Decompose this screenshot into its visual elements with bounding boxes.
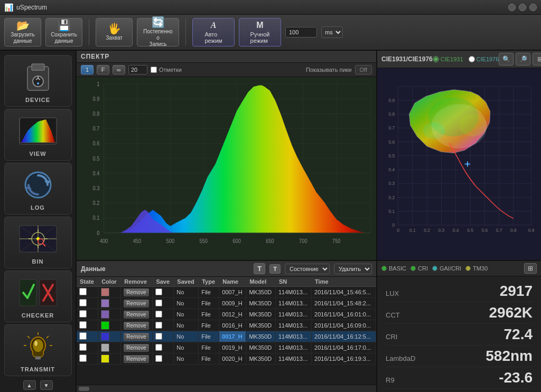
remove-btn-2[interactable]: Remove xyxy=(124,311,148,319)
save-checkbox-5[interactable] xyxy=(155,344,162,351)
state-checkbox-3[interactable] xyxy=(79,321,87,329)
remove-btn-6[interactable]: Remove xyxy=(124,355,148,363)
data-delete-select[interactable]: Удалить xyxy=(334,264,372,274)
cell-save-1[interactable] xyxy=(153,298,174,309)
table-row[interactable]: Remove No File 0016_H MK350D 114M013... … xyxy=(77,320,376,331)
cell-remove-1[interactable]: Remove xyxy=(121,298,153,309)
state-checkbox-6[interactable] xyxy=(79,354,87,362)
cie1931-radio-label[interactable]: CIE1931 xyxy=(433,56,463,62)
cell-state-6[interactable] xyxy=(77,353,98,365)
spec-btn-inf[interactable]: ∞ xyxy=(113,65,125,74)
save-checkbox-2[interactable] xyxy=(155,311,162,318)
tab-cri[interactable]: CRI xyxy=(411,265,428,272)
cell-state-0[interactable] xyxy=(77,287,98,298)
state-checkbox-5[interactable] xyxy=(79,343,87,351)
tab-gai-cri[interactable]: GAI/CRI xyxy=(432,265,461,272)
save-data-button[interactable]: 💾 Сохранитьданные xyxy=(45,18,82,46)
cell-remove-2[interactable]: Remove xyxy=(121,309,153,320)
cell-state-3[interactable] xyxy=(77,320,98,331)
cri-label: CRI xyxy=(386,333,428,341)
table-row[interactable]: Remove No File 0017_H MK350D 114M013... … xyxy=(77,331,376,342)
sidebar-item-bin[interactable]: BIN xyxy=(4,217,72,268)
cell-save-3[interactable] xyxy=(153,320,174,331)
cie-grid-btn[interactable]: ⊞ xyxy=(533,53,541,66)
table-row[interactable]: Remove No File 0012_H MK350D 114M013... … xyxy=(77,309,376,320)
sidebar-item-checker[interactable]: CHECKER xyxy=(4,270,72,322)
table-row[interactable]: Remove No File 0020_H MK350D 114M013... … xyxy=(77,353,376,365)
data-table-container[interactable]: State Color Remove Save Saved Type Name … xyxy=(77,277,376,385)
manual-mode-button[interactable]: M Ручнойрежим xyxy=(239,18,281,46)
state-checkbox-1[interactable] xyxy=(79,299,87,306)
save-checkbox-0[interactable] xyxy=(155,288,162,295)
load-data-label: Загрузить данные xyxy=(11,32,35,44)
load-data-button[interactable]: 📂 Загрузить данные xyxy=(4,18,41,46)
cell-remove-4[interactable]: Remove xyxy=(121,331,153,342)
cell-save-6[interactable] xyxy=(153,353,174,365)
scrollbar-thumb[interactable] xyxy=(79,387,89,391)
cie-zoom-in-btn[interactable]: 🔍 xyxy=(499,53,514,66)
spec-value-input[interactable] xyxy=(128,65,147,74)
save-checkbox-4[interactable] xyxy=(155,333,162,340)
data-state-select[interactable]: Состояние xyxy=(285,264,330,274)
sidebar-item-view[interactable]: VIEW xyxy=(4,109,72,161)
cell-state-5[interactable] xyxy=(77,342,98,353)
log-refresh-icon xyxy=(17,169,59,201)
cie1976-radio[interactable] xyxy=(469,56,475,62)
table-row[interactable]: Remove No File 0019_H MK350D 114M013... … xyxy=(77,342,376,353)
cell-save-5[interactable] xyxy=(153,342,174,353)
spectrum-view-icon xyxy=(17,115,59,147)
capture-button[interactable]: 🖐 Захват xyxy=(96,18,133,46)
state-checkbox-0[interactable] xyxy=(79,288,87,295)
cell-save-4[interactable] xyxy=(153,331,174,342)
cell-remove-5[interactable]: Remove xyxy=(121,342,153,353)
tab-basic[interactable]: BASIC xyxy=(381,265,406,272)
peaks-toggle-btn[interactable]: Off xyxy=(355,65,372,74)
remove-btn-1[interactable]: Remove xyxy=(124,300,148,307)
data-scrollbar[interactable] xyxy=(77,385,376,392)
state-checkbox-4[interactable] xyxy=(79,332,87,340)
remove-btn-0[interactable]: Remove xyxy=(124,288,148,296)
sidebar-next-btn[interactable]: ▼ xyxy=(40,380,53,390)
remove-btn-5[interactable]: Remove xyxy=(124,344,148,352)
save-checkbox-1[interactable] xyxy=(155,300,162,306)
measurements-grid-btn[interactable]: ⊞ xyxy=(524,263,537,274)
cell-state-2[interactable] xyxy=(77,309,98,320)
cell-remove-3[interactable]: Remove xyxy=(121,320,153,331)
time-unit-select[interactable]: ms s xyxy=(321,26,343,38)
state-checkbox-2[interactable] xyxy=(79,310,87,318)
table-row[interactable]: Remove No File 0007_H MK350D 114M013... … xyxy=(77,287,376,298)
cell-remove-0[interactable]: Remove xyxy=(121,287,153,298)
cie-zoom-out-btn[interactable]: 🔎 xyxy=(516,53,530,66)
sidebar-item-log[interactable]: LOG xyxy=(4,163,72,214)
cell-state-1[interactable] xyxy=(77,298,98,309)
cie1976-radio-label[interactable]: CIE1976 xyxy=(469,56,499,62)
remove-btn-4[interactable]: Remove xyxy=(124,333,148,341)
sidebar-prev-btn[interactable]: ▲ xyxy=(23,380,36,390)
sidebar-item-device[interactable]: DEVICE xyxy=(4,55,72,107)
cell-time-5: 2016/11/04_16:17:0... xyxy=(312,342,376,353)
auto-mode-button[interactable]: A Авторежим xyxy=(192,18,235,46)
cell-remove-6[interactable]: Remove xyxy=(121,353,153,365)
save-checkbox-6[interactable] xyxy=(155,355,162,362)
cell-save-2[interactable] xyxy=(153,309,174,320)
spec-btn-f[interactable]: F xyxy=(97,65,109,74)
data-bold-t-btn[interactable]: T xyxy=(254,263,265,274)
save-checkbox-3[interactable] xyxy=(155,322,162,329)
marks-checkbox[interactable] xyxy=(151,67,157,73)
tab-tm30[interactable]: TM30 xyxy=(465,265,488,272)
minimize-btn[interactable] xyxy=(508,4,516,11)
time-value-input[interactable] xyxy=(285,27,317,38)
save-icon: 💾 xyxy=(58,20,71,31)
cell-save-0[interactable] xyxy=(153,287,174,298)
cell-state-4[interactable] xyxy=(77,331,98,342)
cie1931-radio[interactable] xyxy=(433,56,439,62)
data-normal-t-btn[interactable]: T xyxy=(269,264,281,274)
maximize-btn[interactable] xyxy=(519,4,526,11)
gradual-record-button[interactable]: 🔄 ПостепеннооЗапись xyxy=(137,18,179,46)
spec-btn-1[interactable]: 1 xyxy=(81,65,94,74)
close-btn[interactable] xyxy=(529,4,537,11)
lux-label: LUX xyxy=(386,290,428,297)
table-row[interactable]: Remove No File 0009_H MK350D 114M013... … xyxy=(77,298,376,309)
remove-btn-3[interactable]: Remove xyxy=(124,322,148,330)
sidebar-item-transmit[interactable]: TRANSMIT xyxy=(4,324,72,376)
